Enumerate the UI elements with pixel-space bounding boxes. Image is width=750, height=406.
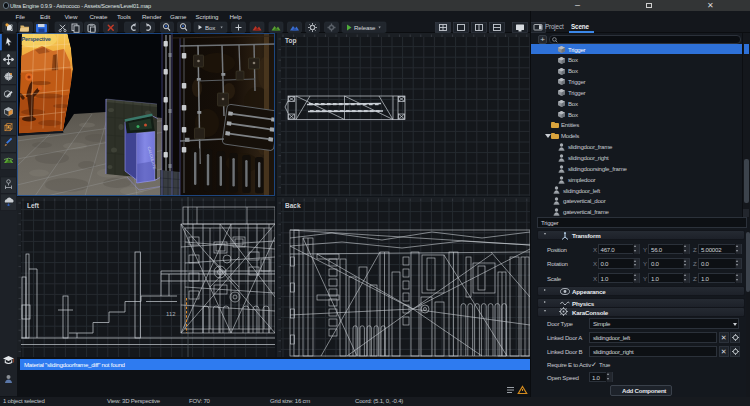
svg-text:Top: Top <box>285 37 296 45</box>
svg-text:Perspective: Perspective <box>22 36 51 42</box>
svg-text:Release: Release <box>354 24 376 31</box>
svg-text:Box: Box <box>205 24 216 31</box>
svg-text:Left: Left <box>27 202 40 209</box>
svg-text:112: 112 <box>166 311 176 317</box>
svg-text:Back: Back <box>285 202 301 209</box>
